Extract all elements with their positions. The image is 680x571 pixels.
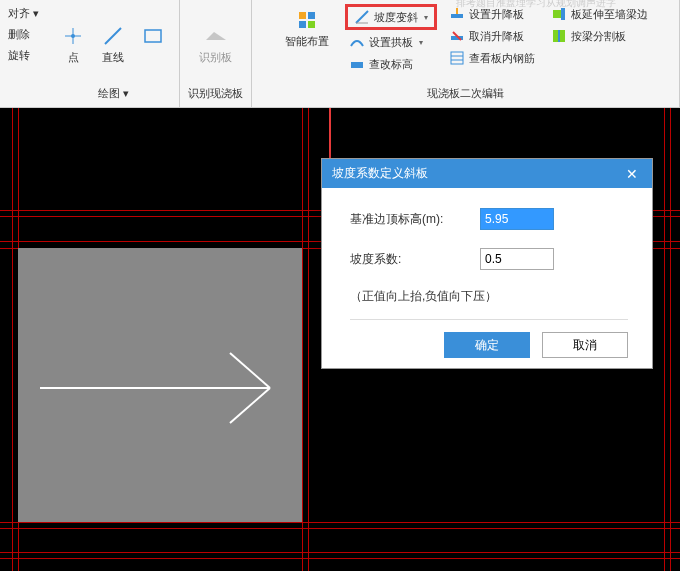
group-draw-title: 绘图 ▾ bbox=[98, 84, 129, 103]
grid-line bbox=[12, 108, 13, 571]
view-rebar-icon bbox=[449, 50, 465, 66]
view-rebar-button[interactable]: 查看板内钢筋 bbox=[445, 48, 539, 68]
view-rebar-label: 查看板内钢筋 bbox=[469, 51, 535, 66]
chevron-down-icon: ▾ bbox=[424, 13, 428, 22]
set-arch-label: 设置拱板 bbox=[369, 35, 413, 50]
svg-line-3 bbox=[105, 28, 121, 44]
slope-label: 坡度系数: bbox=[350, 251, 480, 268]
cancel-lift-button[interactable]: 取消升降板 bbox=[445, 26, 539, 46]
point-icon bbox=[61, 24, 85, 48]
modify-elev-button[interactable]: 查改标高 bbox=[345, 54, 437, 74]
slope-dialog: 坡度系数定义斜板 ✕ 基准边顶标高(m): 坡度系数: （正值向上抬,负值向下压… bbox=[321, 158, 653, 369]
grid-line bbox=[302, 108, 303, 571]
hint-text: （正值向上抬,负值向下压） bbox=[350, 288, 628, 305]
group-recognize-title: 识别现浇板 bbox=[188, 84, 243, 103]
divider bbox=[350, 319, 628, 320]
elev-input[interactable] bbox=[480, 208, 554, 230]
beam-split-icon bbox=[551, 28, 567, 44]
dialog-title: 坡度系数定义斜板 bbox=[332, 165, 428, 182]
left-partial-group: 对齐 ▾ 删除 旋转 bbox=[0, 0, 47, 107]
svg-rect-9 bbox=[351, 62, 363, 68]
svg-rect-4 bbox=[145, 30, 161, 42]
group-cast-edit-title: 现浇板二次编辑 bbox=[427, 84, 504, 103]
cancel-lift-label: 取消升降板 bbox=[469, 29, 524, 44]
svg-point-2 bbox=[71, 34, 75, 38]
ribbon-group-recognize: 识别板 识别现浇板 bbox=[180, 0, 252, 107]
svg-rect-8 bbox=[308, 21, 315, 28]
delete-button[interactable]: 删除 bbox=[4, 25, 43, 44]
slope-incline-label: 坡度变斜 bbox=[374, 10, 418, 25]
ribbon-toolbar: 对齐 ▾ 删除 旋转 点 直线 绘 bbox=[0, 0, 680, 108]
slope-incline-button[interactable]: 坡度变斜 ▾ bbox=[345, 4, 437, 30]
recognize-slab-button[interactable]: 识别板 bbox=[193, 20, 238, 69]
set-arch-icon bbox=[349, 34, 365, 50]
grid-line bbox=[670, 108, 671, 571]
grid-line bbox=[0, 522, 680, 523]
cancel-button[interactable]: 取消 bbox=[542, 332, 628, 358]
beam-split-button[interactable]: 按梁分割板 bbox=[547, 26, 652, 46]
grid-line bbox=[0, 528, 680, 529]
ok-button[interactable]: 确定 bbox=[444, 332, 530, 358]
modify-elev-label: 查改标高 bbox=[369, 57, 413, 72]
close-icon[interactable]: ✕ bbox=[622, 166, 642, 182]
chevron-down-icon: ▾ bbox=[419, 38, 423, 47]
elev-label: 基准边顶标高(m): bbox=[350, 211, 480, 228]
set-arch-button[interactable]: 设置拱板 ▾ bbox=[345, 32, 437, 52]
align-button[interactable]: 对齐 ▾ bbox=[4, 4, 43, 23]
line-button[interactable]: 直线 bbox=[95, 20, 131, 69]
dialog-body: 基准边顶标高(m): 坡度系数: （正值向上抬,负值向下压） 确定 取消 bbox=[322, 188, 652, 368]
svg-rect-7 bbox=[299, 21, 306, 28]
smart-layout-label: 智能布置 bbox=[285, 34, 329, 49]
smart-layout-icon bbox=[295, 8, 319, 32]
svg-rect-6 bbox=[308, 12, 315, 19]
direction-arrow bbox=[40, 338, 290, 438]
svg-rect-5 bbox=[299, 12, 306, 19]
faint-top-text: 排考题目准盘理学习从规划调声进字 bbox=[456, 0, 616, 10]
line-label: 直线 bbox=[102, 50, 124, 65]
cancel-lift-icon bbox=[449, 28, 465, 44]
svg-rect-16 bbox=[553, 10, 561, 18]
rect-button[interactable] bbox=[135, 20, 171, 68]
svg-rect-13 bbox=[451, 52, 463, 64]
beam-split-label: 按梁分割板 bbox=[571, 29, 626, 44]
grid-line bbox=[664, 108, 665, 571]
rect-icon bbox=[141, 24, 165, 48]
slope-incline-icon bbox=[354, 9, 370, 25]
modify-elev-icon bbox=[349, 56, 365, 72]
point-button[interactable]: 点 bbox=[55, 20, 91, 69]
svg-rect-10 bbox=[451, 14, 463, 18]
grid-line bbox=[308, 108, 309, 571]
line-icon bbox=[101, 24, 125, 48]
ribbon-group-cast-edit: 智能布置 坡度变斜 ▾ 设置拱板 bbox=[252, 0, 680, 107]
point-label: 点 bbox=[68, 50, 79, 65]
dialog-titlebar[interactable]: 坡度系数定义斜板 ✕ bbox=[322, 159, 652, 188]
rotate-button[interactable]: 旋转 bbox=[4, 46, 43, 65]
svg-line-22 bbox=[230, 388, 270, 423]
recognize-slab-icon bbox=[204, 24, 228, 48]
recognize-slab-label: 识别板 bbox=[199, 50, 232, 65]
grid-line bbox=[0, 552, 680, 553]
svg-line-21 bbox=[230, 353, 270, 388]
slope-input[interactable] bbox=[480, 248, 554, 270]
grid-line bbox=[0, 558, 680, 559]
smart-layout-button[interactable]: 智能布置 bbox=[279, 4, 335, 53]
ribbon-group-draw: 点 直线 绘图 ▾ bbox=[47, 0, 180, 107]
